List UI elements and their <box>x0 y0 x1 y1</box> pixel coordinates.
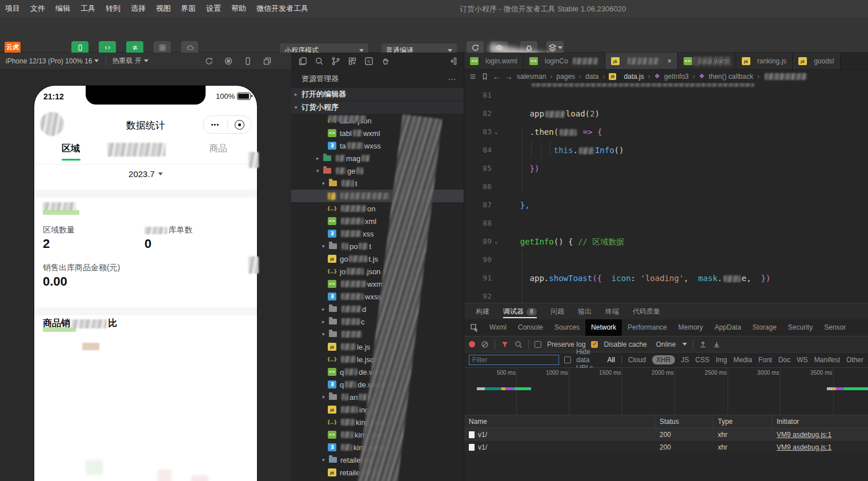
date-picker[interactable]: 2023.7 <box>34 169 257 179</box>
files-icon[interactable] <box>298 57 307 66</box>
breadcrumb-item[interactable]: then() callback <box>709 73 753 81</box>
export-har-icon[interactable] <box>713 340 721 348</box>
debugger-tab-输出[interactable]: 输出 <box>578 303 592 319</box>
breadcrumb-item[interactable]: getInfo3 <box>664 73 689 81</box>
capsule-menu[interactable]: ••• <box>203 115 252 134</box>
outline-icon[interactable] <box>469 73 477 81</box>
sim-device-icon[interactable] <box>243 57 252 66</box>
npm-icon[interactable]: S <box>364 57 373 66</box>
code-area[interactable]: 8182 appload(2)83⌄ .then( => {84 this.In… <box>464 83 868 303</box>
tab-goods[interactable]: 商品 <box>209 143 227 155</box>
editor-tab[interactable]: JS× <box>605 53 678 70</box>
import-har-icon[interactable] <box>699 340 707 348</box>
teapot-icon[interactable] <box>381 57 390 66</box>
filter-chip-ws[interactable]: WS <box>797 356 807 364</box>
tree-folder[interactable]: ▾t <box>291 177 464 190</box>
devtools-tab-wxml[interactable]: Wxml <box>484 319 512 336</box>
more-icon[interactable]: ⋯ <box>448 74 456 83</box>
breadcrumb-item[interactable]: data.js <box>624 73 644 81</box>
filter-chip-media[interactable]: Media <box>733 356 752 364</box>
menu-item[interactable]: 微信开发者工具 <box>251 0 314 17</box>
git-icon[interactable] <box>331 57 340 66</box>
devtools-tab-performance[interactable]: Performance <box>622 319 673 336</box>
waterfall-bar[interactable] <box>477 387 531 390</box>
disable-cache-checkbox[interactable] <box>591 341 598 348</box>
editor-tab[interactable]: <>loginCo <box>524 53 605 70</box>
bookmark-icon[interactable] <box>481 73 489 81</box>
filter-chip-cloud[interactable]: Cloud <box>628 356 646 364</box>
menu-item[interactable]: 项目 <box>0 0 25 17</box>
throttle-dropdown[interactable]: Online <box>656 340 676 348</box>
filter-chip-manifest[interactable]: Manifest <box>814 356 840 364</box>
ext-icon[interactable] <box>348 57 357 66</box>
request-initiator-link[interactable]: VM9 asdebug.js:1 <box>777 431 831 439</box>
devtools-tab-storage[interactable]: Storage <box>747 319 782 336</box>
tree-file[interactable]: {..}jo.json <box>291 265 464 278</box>
tree-file[interactable] <box>291 190 464 202</box>
menu-item[interactable]: 视图 <box>151 0 176 17</box>
editor-tab[interactable]: JSranking.js <box>736 53 793 70</box>
menu-item[interactable]: 工具 <box>75 0 101 17</box>
search-icon[interactable] <box>315 57 324 66</box>
close-icon[interactable]: × <box>668 57 672 65</box>
tree-file[interactable]: <>xml <box>291 215 464 227</box>
filter-chip-doc[interactable]: Doc <box>778 356 790 364</box>
tree-file[interactable]: <>wxml <box>291 278 464 290</box>
back-icon[interactable]: ← <box>493 72 501 81</box>
devtools-tab-security[interactable]: Security <box>782 319 818 336</box>
editor-tab[interactable]: <>login.wxml <box>464 53 524 70</box>
forward-icon[interactable]: → <box>505 72 513 81</box>
filter-chip-css[interactable]: CSS <box>696 356 710 364</box>
hot-reload-toggle[interactable]: 热重载 开 <box>112 56 141 66</box>
tree-section-打开的编辑器[interactable]: ▸打开的编辑器 <box>291 88 464 101</box>
devtools-tab-sensor[interactable]: Sensor <box>818 319 851 336</box>
network-request-row[interactable]: v1/200xhrVM9 asdebug.js:1 <box>464 428 868 441</box>
menu-item[interactable]: 界面 <box>176 0 201 17</box>
debugger-tab-问题[interactable]: 问题 <box>550 303 564 319</box>
filter-chip-xhr[interactable]: XHR <box>652 355 674 364</box>
devtools-tab-appdata[interactable]: AppData <box>709 319 747 336</box>
breadcrumb-item[interactable]: salesman <box>517 73 546 81</box>
filter-input[interactable] <box>469 355 559 365</box>
editor-tab[interactable]: <>data.wxml <box>678 53 736 70</box>
devtools-tab-network[interactable]: Network <box>585 319 622 336</box>
filter-chip-js[interactable]: JS <box>681 356 689 364</box>
tree-file[interactable]: {..}on <box>291 202 464 215</box>
network-request-row[interactable]: v1/200xhrVM9 asdebug.js:1 <box>464 441 868 454</box>
menu-item[interactable]: 设置 <box>201 0 226 17</box>
tree-folder[interactable]: ▾ge <box>291 165 464 177</box>
clear-icon[interactable] <box>481 340 489 348</box>
menu-item[interactable]: 帮助 <box>226 0 251 17</box>
menu-item[interactable]: 选择 <box>126 0 151 17</box>
tree-section-订货小程序[interactable]: ▾订货小程序 <box>291 101 464 114</box>
preserve-log-checkbox[interactable] <box>535 341 541 348</box>
tab-region[interactable]: 区域 <box>62 143 80 155</box>
filter-funnel-icon[interactable] <box>501 340 509 348</box>
tree-file[interactable]: JSgot.js <box>291 252 464 265</box>
search-icon[interactable] <box>515 340 523 348</box>
menu-item[interactable]: 转到 <box>101 0 126 17</box>
breadcrumb-item[interactable]: data <box>585 73 598 81</box>
waterfall-bar[interactable] <box>827 387 868 390</box>
debugger-tab-调试器[interactable]: 调试器8 <box>503 303 537 319</box>
tree-folder[interactable]: ▾pot <box>291 240 464 252</box>
debugger-tab-构建[interactable]: 构建 <box>476 303 489 319</box>
more-dots-icon[interactable]: ••• <box>203 116 227 133</box>
tree-folder[interactable]: ▸mag <box>291 152 464 165</box>
sim-refresh-icon[interactable] <box>204 57 214 66</box>
request-initiator-link[interactable]: VM9 asdebug.js:1 <box>777 443 831 451</box>
menu-item[interactable]: 编辑 <box>50 0 75 17</box>
inspect-element-icon[interactable] <box>470 323 479 332</box>
record-icon[interactable] <box>469 341 475 347</box>
tree-file[interactable]: Ǝxss <box>291 227 464 240</box>
column-header-status[interactable]: Status <box>655 415 713 428</box>
fold-chevron-icon[interactable]: ⌄ <box>492 123 501 141</box>
collapse-sidebar-icon[interactable] <box>448 57 457 66</box>
minimize-target-icon[interactable] <box>228 116 252 133</box>
devtools-tab-console[interactable]: Console <box>512 319 549 336</box>
network-timeline[interactable]: 500 ms1000 ms1500 ms2000 ms2500 ms3000 m… <box>464 368 868 415</box>
device-selector[interactable]: iPhone 12/13 (Pro) 100% 16 <box>6 57 92 65</box>
devtools-tab-sources[interactable]: Sources <box>549 319 585 336</box>
hide-data-urls-checkbox[interactable] <box>564 356 571 363</box>
column-header-type[interactable]: Type <box>713 415 772 428</box>
